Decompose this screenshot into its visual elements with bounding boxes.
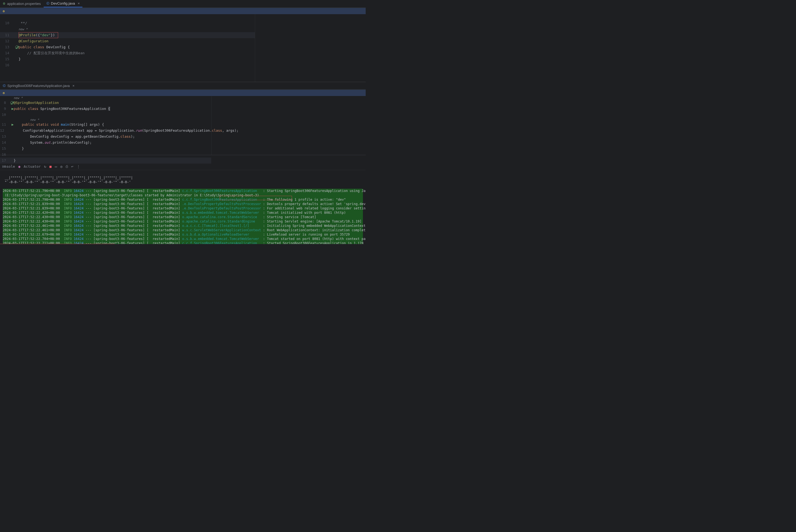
run-gutter-icon[interactable]: ▶ xyxy=(12,106,14,112)
log-line: 2024-03-17T17:52:22.430+08:00 INFO 16424… xyxy=(3,215,363,219)
java-class-icon: Ⓒ xyxy=(3,84,6,88)
console-output[interactable]: __|"""""|_|"""""|_|"""""|_|"""""|_|"""""… xyxy=(0,170,366,244)
editor-devconfig[interactable]: 10 **/new *11@Profile({"dev"})12@Configu… xyxy=(0,14,366,82)
code-line[interactable]: 13public class DevConfig { xyxy=(0,44,255,50)
suppress-icon xyxy=(11,101,14,104)
properties-icon: ⚙ xyxy=(3,2,5,5)
code-line[interactable]: 10 xyxy=(0,112,211,118)
log-line: 2024-03-17T17:52:22.704+08:00 INFO 16424… xyxy=(3,237,363,241)
log-line: 2024-03-17T17:52:22.461+08:00 INFO 16424… xyxy=(3,224,363,228)
code-line[interactable]: 11▶ public static void main(String[] arg… xyxy=(0,121,211,128)
ascii-line: __|"""""|_|"""""|_|"""""|_|"""""|_|"""""… xyxy=(3,176,363,180)
log-line: (E:\Study\Spring\spring-boot-3\spring-bo… xyxy=(3,193,363,197)
code-line[interactable] xyxy=(0,14,255,20)
log-line: 2024-03-17T17:52:22.461+08:00 INFO 16424… xyxy=(3,228,363,232)
close-icon[interactable]: × xyxy=(72,84,74,88)
ascii-line: "`-0-0-'"`-0-0-'"`-0-0-'"`-0-0-'"`-0-0-'… xyxy=(3,180,363,184)
code-line[interactable]: 14 // 配置仅在开发环境中生效的Bean xyxy=(0,50,255,56)
code-line[interactable]: 12 ConfigurableApplicationContext app = … xyxy=(0,128,211,134)
minimap[interactable] xyxy=(211,96,366,155)
close-icon[interactable]: × xyxy=(78,1,80,5)
minimap[interactable] xyxy=(255,14,366,82)
log-line: 2024-03-17T17:52:21.798+08:00 INFO 16424… xyxy=(3,197,363,202)
log-line: 2024-03-17T17:52:21.839+08:00 INFO 16424… xyxy=(3,206,363,210)
code-line[interactable]: 14 System.out.println(devConfig); xyxy=(0,139,211,146)
log-line: 2024-03-17T17:52:22.420+08:00 INFO 16424… xyxy=(3,210,363,215)
code-line[interactable]: new * xyxy=(0,26,255,32)
code-line[interactable]: 9▶public class SpringBoot306FeaturesAppl… xyxy=(0,106,211,112)
tab-devconfig-java[interactable]: Ⓒ DevConfig.java × xyxy=(44,0,83,7)
code-line[interactable]: 17} xyxy=(0,158,211,164)
code-line[interactable]: 11@Profile({"dev"}) xyxy=(0,32,255,38)
tab-label: SpringBoot306FeaturesApplication.java xyxy=(7,84,70,88)
tab-label: application.properties xyxy=(7,2,41,6)
log-line: 2024-03-17T17:52:21.839+08:00 INFO 16424… xyxy=(3,202,363,206)
editor-tabs-top: ⚙ application.properties Ⓒ DevConfig.jav… xyxy=(0,0,366,8)
code-line[interactable]: 16 xyxy=(0,152,211,158)
code-line[interactable]: 12@Configuration xyxy=(0,38,255,44)
log-line: 2024-03-17T17:52:22.679+08:00 INFO 16424… xyxy=(3,232,363,237)
code-line[interactable]: 18 xyxy=(0,164,211,170)
code-line[interactable]: 15 } xyxy=(0,146,211,152)
log-line: 2024-03-17T17:52:22.711+08:00 INFO 16424… xyxy=(3,241,363,244)
code-line[interactable]: 13 DevConfig devConfig = app.getBean(Dev… xyxy=(0,134,211,139)
log-line: 2024-03-17T17:52:21.796+08:00 INFO 16424… xyxy=(3,189,363,193)
breadcrumb-icon: ⚙ xyxy=(3,91,5,95)
run-gutter-icon[interactable]: ▶ xyxy=(12,121,14,128)
log-output-block: 2024-03-17T17:52:21.796+08:00 INFO 16424… xyxy=(3,189,363,244)
code-line[interactable]: new * xyxy=(0,96,211,100)
suppress-icon xyxy=(15,45,19,49)
breadcrumb-icon: ⚙ xyxy=(3,9,5,13)
code-line[interactable]: 16 xyxy=(0,62,255,68)
code-line[interactable]: new * xyxy=(0,118,211,121)
tab-app-java[interactable]: Ⓒ SpringBoot306FeaturesApplication.java … xyxy=(0,82,77,89)
tab-application-properties[interactable]: ⚙ application.properties xyxy=(0,0,44,7)
code-line[interactable]: 8@SpringBootApplication xyxy=(0,100,211,106)
tab-label: DevConfig.java xyxy=(51,1,75,5)
log-line: 2024-03-17T17:52:22.430+08:00 INFO 16424… xyxy=(3,219,363,224)
code-line[interactable]: 15} xyxy=(0,56,255,62)
editor-tabs-mid: Ⓒ SpringBoot306FeaturesApplication.java … xyxy=(0,82,366,90)
editor-application[interactable]: new *8@SpringBootApplication9▶public cla… xyxy=(0,96,366,155)
breadcrumb-editor1: ⚙ xyxy=(0,8,366,14)
code-line[interactable]: 10 **/ xyxy=(0,20,255,26)
java-class-icon: Ⓒ xyxy=(47,1,50,5)
breadcrumb-editor2: ⚙ xyxy=(0,90,366,96)
